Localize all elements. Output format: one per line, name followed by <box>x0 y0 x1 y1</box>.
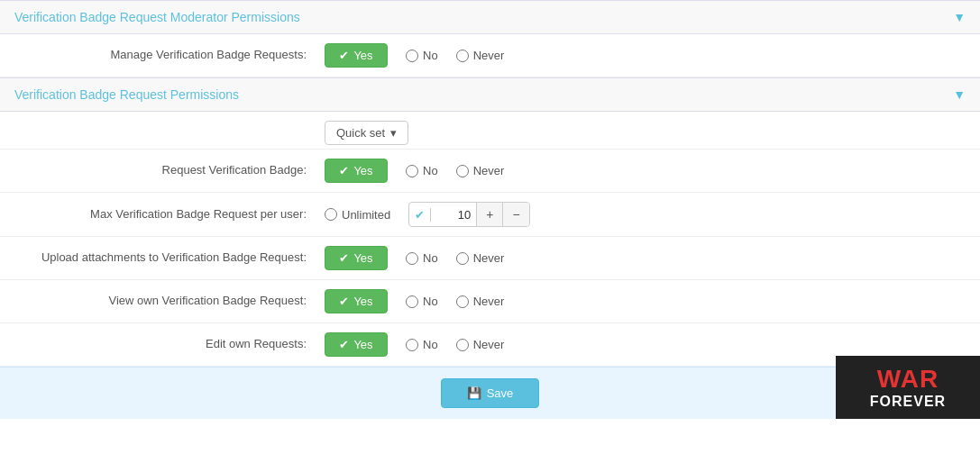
request-badge-check-icon: ✔ <box>339 164 349 177</box>
view-check-icon: ✔ <box>339 295 349 308</box>
quickset-chevron: ▾ <box>390 126 397 140</box>
watermark-forever: FOREVER <box>870 394 946 410</box>
manage-check-icon: ✔ <box>339 49 349 62</box>
upload-attachments-row: Upload attachments to Verification Badge… <box>0 237 980 280</box>
quickset-label: Quick set <box>336 126 385 140</box>
watermark-inner: WAR FOREVER <box>870 365 946 410</box>
number-input[interactable] <box>431 204 476 225</box>
page-wrapper: Verification Badge Request Moderator Per… <box>0 0 980 463</box>
number-decrement-button[interactable]: − <box>502 203 528 226</box>
max-badge-row: Max Verification Badge Request per user:… <box>0 193 980 237</box>
quickset-row: Quick set ▾ <box>0 112 980 150</box>
manage-controls: ✔ Yes No Never <box>325 43 980 68</box>
request-badge-yes-button[interactable]: ✔ Yes <box>325 159 388 183</box>
upload-check-icon: ✔ <box>339 251 349 265</box>
manage-never-option[interactable]: Never <box>456 49 505 62</box>
request-badge-never-radio[interactable] <box>456 165 469 177</box>
manage-label: Manage Verification Badge Requests: <box>0 47 325 63</box>
view-own-row: View own Verification Badge Request: ✔ Y… <box>0 280 980 323</box>
upload-never-option[interactable]: Never <box>456 251 505 265</box>
unlimited-label: Unlimited <box>342 208 390 222</box>
upload-attachments-controls: ✔ Yes No Never <box>325 246 980 270</box>
permissions-section-title: Verification Badge Request Permissions <box>14 87 239 102</box>
watermark: WAR FOREVER <box>836 356 980 419</box>
manage-row: Manage Verification Badge Requests: ✔ Ye… <box>0 34 980 77</box>
watermark-war: WAR <box>877 365 939 393</box>
max-badge-label: Max Verification Badge Request per user: <box>0 206 325 222</box>
view-own-never-option[interactable]: Never <box>456 295 505 308</box>
manage-no-label: No <box>423 49 438 62</box>
unlimited-radio[interactable] <box>325 208 337 221</box>
manage-never-label: Never <box>473 49 505 62</box>
request-badge-never-option[interactable]: Never <box>456 164 505 177</box>
save-label: Save <box>487 386 514 400</box>
upload-never-radio[interactable] <box>456 252 469 265</box>
edit-own-never-option[interactable]: Never <box>456 338 505 351</box>
view-own-controls: ✔ Yes No Never <box>325 289 980 313</box>
edit-own-never-radio[interactable] <box>456 339 469 351</box>
request-badge-controls: ✔ Yes No Never <box>325 159 980 183</box>
edit-own-no-radio[interactable] <box>406 339 418 351</box>
save-icon: 💾 <box>467 386 481 400</box>
upload-attachments-label: Upload attachments to Verification Badge… <box>0 250 325 266</box>
upload-never-label: Never <box>473 251 505 265</box>
request-badge-no-radio[interactable] <box>406 165 418 177</box>
save-button[interactable]: 💾 Save <box>441 378 540 408</box>
view-own-yes-button[interactable]: ✔ Yes <box>325 289 388 313</box>
upload-no-label: No <box>423 251 438 265</box>
request-badge-no-label: No <box>423 164 438 177</box>
edit-own-controls: ✔ Yes No Never <box>325 332 980 357</box>
edit-own-yes-button[interactable]: ✔ Yes <box>325 332 388 357</box>
view-own-no-option[interactable]: No <box>406 295 438 308</box>
save-bar: 💾 Save WAR FOREVER <box>0 367 980 419</box>
request-badge-row: Request Verification Badge: ✔ Yes No Nev… <box>0 150 980 193</box>
manage-no-radio[interactable] <box>406 50 418 62</box>
upload-no-radio[interactable] <box>406 252 418 265</box>
upload-no-option[interactable]: No <box>406 251 438 265</box>
edit-own-no-label: No <box>423 338 438 351</box>
edit-own-row: Edit own Requests: ✔ Yes No Never <box>0 323 980 367</box>
request-badge-no-option[interactable]: No <box>406 164 438 177</box>
request-badge-never-label: Never <box>473 164 505 177</box>
edit-own-never-label: Never <box>473 338 505 351</box>
view-own-no-radio[interactable] <box>406 295 418 308</box>
upload-attachments-yes-button[interactable]: ✔ Yes <box>325 246 388 270</box>
number-increment-button[interactable]: + <box>476 203 502 226</box>
view-own-never-radio[interactable] <box>456 295 469 308</box>
view-own-never-label: Never <box>473 295 505 308</box>
edit-own-no-option[interactable]: No <box>406 338 438 351</box>
quickset-button[interactable]: Quick set ▾ <box>325 121 408 145</box>
edit-own-label: Edit own Requests: <box>0 336 325 352</box>
manage-yes-button[interactable]: ✔ Yes <box>325 43 388 68</box>
permissions-section-chevron[interactable]: ▼ <box>953 87 966 102</box>
view-own-no-label: No <box>423 295 438 308</box>
moderator-section-header: Verification Badge Request Moderator Per… <box>0 0 980 34</box>
view-own-label: View own Verification Badge Request: <box>0 293 325 309</box>
moderator-section-chevron[interactable]: ▼ <box>953 10 966 24</box>
unlimited-option[interactable]: Unlimited <box>325 208 390 222</box>
number-check-icon: ✔ <box>409 208 431 222</box>
request-badge-label: Request Verification Badge: <box>0 162 325 178</box>
edit-check-icon: ✔ <box>339 338 349 351</box>
moderator-section-title: Verification Badge Request Moderator Per… <box>14 10 300 24</box>
manage-no-option[interactable]: No <box>406 49 438 62</box>
max-badge-controls: Unlimited ✔ + − <box>325 202 980 227</box>
permissions-section-header: Verification Badge Request Permissions ▼ <box>0 77 980 112</box>
manage-never-radio[interactable] <box>456 50 469 62</box>
number-input-group: ✔ + − <box>408 202 529 227</box>
